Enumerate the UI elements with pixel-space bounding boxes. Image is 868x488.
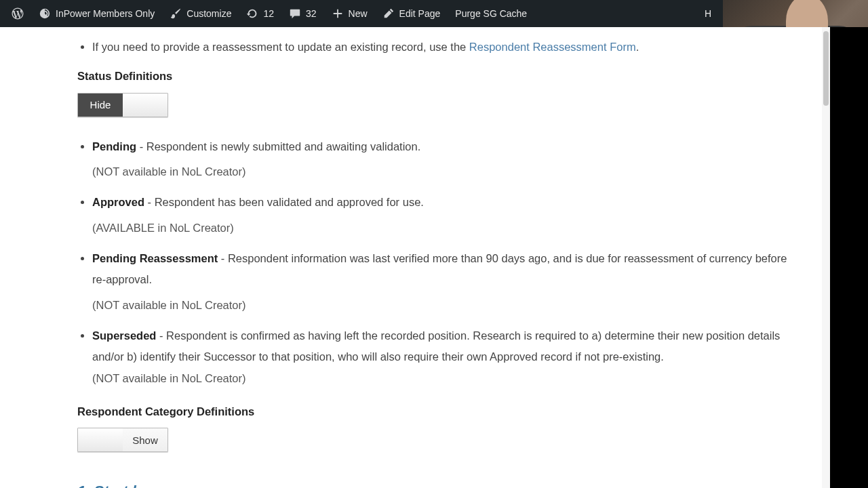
comments-icon: [289, 7, 301, 20]
category-definitions-toggle[interactable]: Show: [77, 428, 168, 452]
wp-admin-bar: InPower Members Only Customize 12 32 New…: [0, 0, 723, 27]
edit-page-link[interactable]: Edit Page: [376, 0, 447, 27]
reassessment-form-link[interactable]: Respondent Reassessment Form: [469, 41, 636, 53]
toggle-hide-option-empty[interactable]: [78, 428, 123, 452]
toggle-hide-option[interactable]: Hide: [78, 94, 123, 117]
intro-list: If you need to provide a reassessment to…: [77, 37, 795, 58]
comments-link[interactable]: 32: [283, 0, 323, 27]
vertical-scrollbar[interactable]: [822, 27, 830, 488]
video-sidebar-black: [830, 27, 868, 488]
status-definitions-list: Pending - Respondent is newly submitted …: [77, 136, 795, 389]
updates-link[interactable]: 12: [240, 0, 280, 27]
status-note: (AVAILABLE in NoL Creator): [92, 218, 795, 239]
customize-link[interactable]: Customize: [163, 0, 237, 27]
intro-bullet: If you need to provide a reassessment to…: [92, 37, 795, 58]
new-label: New: [349, 8, 368, 19]
status-note: (NOT available in NoL Creator): [92, 161, 795, 182]
updates-icon: [246, 7, 258, 20]
status-item-pending: Pending - Respondent is newly submitted …: [92, 136, 795, 183]
pencil-icon: [382, 7, 395, 20]
customize-label: Customize: [186, 8, 231, 19]
page-body: If you need to provide a reassessment to…: [0, 27, 822, 488]
new-content-link[interactable]: New: [326, 0, 374, 27]
toggle-show-option-empty[interactable]: [123, 94, 167, 117]
category-definitions-heading: Respondent Category Definitions: [77, 401, 795, 422]
status-definitions-heading: Status Definitions: [77, 66, 795, 87]
howdy-account[interactable]: H: [698, 0, 717, 27]
site-title: InPower Members Only: [56, 8, 155, 19]
toggle-show-option[interactable]: Show: [123, 428, 167, 452]
purge-cache-link[interactable]: Purge SG Cache: [449, 0, 533, 27]
status-note: (NOT available in NoL Creator): [92, 295, 795, 316]
site-menu[interactable]: InPower Members Only: [33, 0, 161, 27]
brush-icon: [170, 7, 182, 20]
page-content-frame: If you need to provide a reassessment to…: [0, 27, 830, 488]
edit-page-label: Edit Page: [399, 8, 441, 19]
scrollbar-thumb[interactable]: [823, 31, 829, 106]
status-item-approved: Approved - Respondent has been validated…: [92, 192, 795, 239]
comments-count: 32: [306, 8, 317, 19]
status-definitions-toggle[interactable]: Hide: [77, 93, 168, 117]
purge-label: Purge SG Cache: [455, 8, 527, 19]
form-section-heading: 1. Start here: [77, 477, 795, 488]
status-item-superseded: Superseded - Respondent is confirmed as …: [92, 325, 795, 389]
wp-logo-menu[interactable]: [5, 0, 30, 27]
howdy-text: H: [705, 8, 711, 19]
updates-count: 12: [263, 8, 274, 19]
plus-icon: [332, 7, 344, 20]
status-note: (NOT available in NoL Creator): [92, 368, 795, 389]
wordpress-icon: [12, 7, 24, 20]
dashboard-icon: [39, 7, 51, 20]
status-item-pending-reassessment: Pending Reassessment - Respondent inform…: [92, 248, 795, 316]
